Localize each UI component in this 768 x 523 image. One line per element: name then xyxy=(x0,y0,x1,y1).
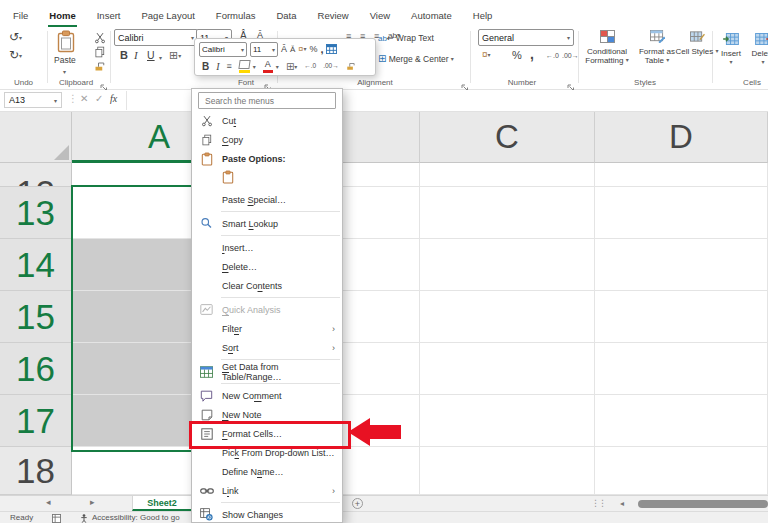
insert-function-button[interactable]: fx xyxy=(110,93,117,104)
mini-shrink-font-button[interactable]: Ǎ xyxy=(290,46,295,54)
mini-increase-decimal-button[interactable]: ←.0 xyxy=(304,63,316,70)
accessibility-status[interactable]: Accessibility: Good to go xyxy=(92,514,180,522)
ribbon-tab-help[interactable]: Help xyxy=(472,5,494,28)
cell-C17[interactable] xyxy=(420,395,595,447)
mini-fill-color-button[interactable] xyxy=(239,60,250,73)
formula-bar-splitter[interactable]: ⋮ xyxy=(68,93,78,104)
cancel-entry-icon[interactable]: ✕ xyxy=(80,93,88,104)
cell-C18[interactable] xyxy=(420,447,595,495)
menu-item-pick-from-drop-down-list[interactable]: Pick From Drop-down List… xyxy=(192,443,342,462)
row-header-14[interactable]: 14 xyxy=(0,239,72,291)
paste-dropdown[interactable]: ▾ xyxy=(63,67,66,77)
copy-button[interactable] xyxy=(94,46,106,60)
mini-format-painter-button[interactable] xyxy=(346,61,356,73)
mini-italic-button[interactable]: I xyxy=(216,62,219,72)
row-header-16[interactable]: 16 xyxy=(0,343,72,395)
cell-D12[interactable] xyxy=(595,163,768,187)
underline-dropdown[interactable]: ▾ xyxy=(159,53,162,63)
mini-percent-button[interactable]: % xyxy=(309,45,317,54)
wrap-text-button[interactable]: ab↩ Wrap Text xyxy=(378,34,434,43)
cell-C16[interactable] xyxy=(420,343,595,395)
cell-C14[interactable] xyxy=(420,239,595,291)
ribbon-tab-view[interactable]: View xyxy=(369,5,391,28)
menu-item-clear-contents[interactable]: Clear Contents xyxy=(192,276,342,295)
horizontal-scrollbar-thumb[interactable] xyxy=(638,500,768,508)
menu-item-insert[interactable]: Insert… xyxy=(192,238,342,257)
mini-font-color-button[interactable]: A xyxy=(263,60,273,73)
conditional-formatting-button[interactable]: Conditional Formatting ▾ xyxy=(584,30,630,65)
mini-borders-button[interactable]: ⊞▾ xyxy=(286,62,297,72)
mini-grow-font-button[interactable]: Â xyxy=(281,45,287,54)
cell-D14[interactable] xyxy=(595,239,768,291)
increase-decimal-button[interactable]: ←.0 xyxy=(546,52,559,59)
ribbon-tab-formulas[interactable]: Formulas xyxy=(215,5,257,28)
macro-record-icon[interactable] xyxy=(52,514,61,523)
mini-decrease-decimal-button[interactable]: .00→ xyxy=(323,63,339,70)
column-header-C[interactable]: C xyxy=(420,112,595,163)
mini-bold-button[interactable]: B xyxy=(202,62,209,72)
merge-center-button[interactable]: ⊞ Merge & Center ▾ xyxy=(378,54,454,64)
menu-item-define-name[interactable]: Define Name… xyxy=(192,462,342,481)
format-painter-button[interactable] xyxy=(94,60,106,74)
new-sheet-button[interactable]: + xyxy=(352,498,363,509)
scrollbar-splitter[interactable]: ⋮⋮ xyxy=(591,498,605,508)
alignment-dialog-launcher[interactable] xyxy=(461,78,469,86)
paste-button[interactable] xyxy=(56,30,76,56)
cell-D18[interactable] xyxy=(595,447,768,495)
underline-button[interactable]: U xyxy=(147,50,155,61)
cut-button[interactable] xyxy=(94,32,106,46)
ribbon-tab-automate[interactable]: Automate xyxy=(410,5,453,28)
menu-item-new-comment[interactable]: New Comment xyxy=(192,386,342,405)
borders-button[interactable]: ⊞▾ xyxy=(169,50,181,61)
mini-format-table-icon[interactable] xyxy=(326,44,337,56)
name-box[interactable]: A13▾ xyxy=(4,92,62,108)
mini-comma-button[interactable]: , xyxy=(320,44,323,55)
delete-cells-button[interactable]: Delete▾ xyxy=(748,33,768,67)
cell-styles-button[interactable]: Cell Styles ▾ xyxy=(674,30,720,56)
ribbon-tab-home[interactable]: Home xyxy=(48,5,76,27)
menu-item-paste-keep-source-formatting[interactable] xyxy=(192,168,342,190)
sheet-next-icon[interactable]: ▸ xyxy=(90,498,95,507)
bold-button[interactable]: B xyxy=(120,50,128,61)
scroll-left-icon[interactable]: ◂ xyxy=(620,499,624,508)
sheet-prev-icon[interactable]: ◂ xyxy=(46,498,51,507)
menu-item-show-changes[interactable]: Show Changes xyxy=(192,505,342,523)
mini-accounting-button[interactable]: ¤▾ xyxy=(298,45,306,54)
ribbon-tab-data[interactable]: Data xyxy=(275,5,297,28)
menu-item-paste-options[interactable]: Paste Options: xyxy=(192,149,342,168)
cell-D17[interactable] xyxy=(595,395,768,447)
menu-item-copy[interactable]: Copy xyxy=(192,130,342,149)
undo-button[interactable]: ↺▾ xyxy=(9,31,22,43)
menu-item-delete[interactable]: Delete… xyxy=(192,257,342,276)
menu-item-filter[interactable]: Filter› xyxy=(192,319,342,338)
menu-item-cut[interactable]: Cut xyxy=(192,111,342,130)
decrease-decimal-button[interactable]: .00→ xyxy=(562,52,579,59)
accessibility-icon[interactable] xyxy=(80,514,88,523)
select-all-corner[interactable] xyxy=(0,112,72,163)
insert-cells-button[interactable]: Insert▾ xyxy=(716,33,746,67)
comma-style-button[interactable]: , xyxy=(530,47,534,61)
menu-search-input[interactable] xyxy=(198,92,336,109)
mini-font-color-dropdown[interactable]: ▾ xyxy=(276,63,279,70)
italic-button[interactable]: I xyxy=(134,50,138,61)
cell-D15[interactable] xyxy=(595,291,768,343)
number-format-combo[interactable]: General▾ xyxy=(478,29,574,46)
row-header-18[interactable]: 18 xyxy=(0,447,72,495)
menu-item-smart-lookup[interactable]: Smart Lookup xyxy=(192,214,342,233)
accounting-format-button[interactable]: ¤▾ xyxy=(482,50,491,60)
row-header-13[interactable]: 13 xyxy=(0,187,72,239)
ribbon-tab-insert[interactable]: Insert xyxy=(96,5,122,28)
menu-item-new-note[interactable]: New Note xyxy=(192,405,342,424)
cell-C15[interactable] xyxy=(420,291,595,343)
ribbon-tab-review[interactable]: Review xyxy=(317,5,350,28)
cell-C13[interactable] xyxy=(420,187,595,239)
redo-button[interactable]: ↻▾ xyxy=(9,49,22,61)
clipboard-dialog-launcher[interactable] xyxy=(100,78,108,86)
cell-D16[interactable] xyxy=(595,343,768,395)
font-name-combo[interactable]: Calibri▾ xyxy=(114,29,198,46)
mini-align-center-button[interactable]: ≡ xyxy=(227,62,232,71)
menu-item-sort[interactable]: Sort› xyxy=(192,338,342,357)
row-header-17[interactable]: 17 xyxy=(0,395,72,447)
mini-font-name-combo[interactable]: Calibri▾ xyxy=(199,42,247,57)
row-header-15[interactable]: 15 xyxy=(0,291,72,343)
